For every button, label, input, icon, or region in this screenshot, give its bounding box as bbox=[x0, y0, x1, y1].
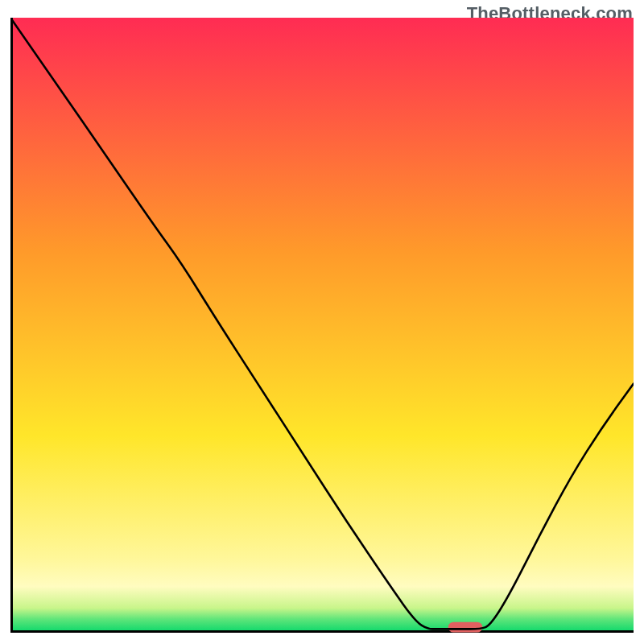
chart-container: TheBottleneck.com bbox=[0, 0, 644, 644]
bottleneck-chart-svg bbox=[10, 18, 634, 633]
gradient-background bbox=[10, 18, 634, 633]
plot-area bbox=[10, 18, 634, 633]
optimal-point-marker bbox=[448, 622, 483, 633]
